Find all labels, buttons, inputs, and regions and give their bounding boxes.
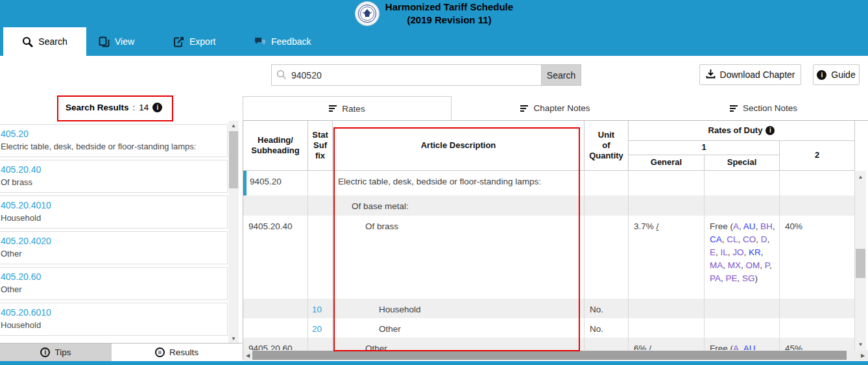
footnote-link[interactable]: / bbox=[657, 221, 659, 231]
tab-chapter-notes[interactable]: Chapter Notes bbox=[452, 96, 659, 120]
stat-suffix-cell: 20 bbox=[308, 318, 333, 338]
col-header-unit-of-quantity: Unit of Quantity bbox=[585, 121, 629, 171]
nav-tab-export[interactable]: Export bbox=[164, 27, 224, 56]
result-code-link[interactable]: 405.20.40 bbox=[1, 163, 221, 176]
sidebar-scrollbar[interactable]: ▲ ▼ bbox=[228, 121, 239, 343]
list-item[interactable]: 405.20Electric table, desk, bedside or f… bbox=[0, 124, 228, 157]
scroll-up-icon[interactable]: ▲ bbox=[228, 121, 239, 130]
country-code-link[interactable]: OM bbox=[746, 260, 760, 270]
country-code-link[interactable]: P bbox=[765, 260, 769, 270]
scroll-left-icon[interactable]: ◀ bbox=[243, 350, 252, 360]
download-chapter-button[interactable]: Download Chapter bbox=[699, 64, 801, 85]
title-line-2: (2019 Revision 11) bbox=[385, 14, 513, 27]
country-code-link[interactable]: BH bbox=[760, 221, 773, 231]
guide-button[interactable]: i Guide bbox=[813, 64, 860, 85]
sidebar-tab-tips[interactable]: i Tips bbox=[0, 343, 112, 361]
unit-of-quantity-cell bbox=[585, 171, 629, 195]
country-code-link[interactable]: CL bbox=[727, 234, 738, 244]
scroll-down-icon[interactable]: ▼ bbox=[855, 340, 866, 349]
result-code-link[interactable]: 405.20 bbox=[1, 127, 221, 140]
list-item[interactable]: 405.20.40Of brass bbox=[0, 160, 228, 193]
stat-suffix-link[interactable]: 20 bbox=[312, 324, 322, 334]
unit-of-quantity-cell bbox=[585, 216, 629, 299]
heading-cell bbox=[243, 318, 308, 338]
country-code-link[interactable]: A bbox=[733, 221, 739, 231]
tab-section-notes[interactable]: Section Notes bbox=[659, 96, 868, 120]
general-rate-cell: 6% / bbox=[629, 338, 705, 350]
result-description: Of brass bbox=[1, 176, 221, 189]
col-header-duty-2: 2 bbox=[780, 141, 855, 171]
heading-cell bbox=[243, 195, 308, 216]
country-code-link[interactable]: MA bbox=[710, 260, 723, 270]
rates-list-icon bbox=[329, 105, 337, 112]
country-code-link[interactable]: A bbox=[733, 344, 739, 350]
table-vertical-scrollbar[interactable]: ▲ ▼ bbox=[855, 171, 866, 350]
search-input-magnifier-icon bbox=[276, 69, 287, 82]
nav-tab-view[interactable]: View bbox=[90, 27, 143, 56]
country-code-link[interactable]: KR bbox=[749, 247, 761, 257]
country-code-link[interactable]: D bbox=[761, 234, 767, 244]
country-code-link[interactable]: PE bbox=[726, 273, 738, 283]
sidebar-tab-results[interactable]: ≡ Results bbox=[112, 343, 242, 361]
heading-cell: 9405.20.60 bbox=[243, 338, 308, 350]
tab-rates[interactable]: Rates bbox=[243, 96, 452, 120]
rates-info-icon[interactable]: i bbox=[766, 126, 775, 135]
app-header: Harmonized Tariff Schedule (2019 Revisio… bbox=[0, 0, 868, 27]
heading-cell bbox=[243, 299, 308, 318]
stat-suffix-link[interactable]: 10 bbox=[312, 305, 322, 314]
result-code-link[interactable]: 405.20.60 bbox=[1, 270, 221, 283]
nav-tab-label: Feedback bbox=[271, 36, 311, 47]
table-row: 9405.20Electric table, desk, bedside or … bbox=[243, 171, 855, 195]
heading-cell: 9405.20.40 bbox=[243, 216, 308, 299]
result-description: Other bbox=[1, 247, 221, 260]
nav-tab-feedback[interactable]: Feedback bbox=[245, 27, 320, 56]
country-code-link[interactable]: PA bbox=[710, 273, 721, 283]
list-item[interactable]: 405.20.4010Household bbox=[0, 195, 228, 229]
country-code-link[interactable]: E bbox=[710, 247, 716, 257]
footnote-link[interactable]: / bbox=[649, 344, 651, 350]
general-rate-cell: 3.7% / bbox=[629, 216, 705, 299]
stat-suffix-cell: 10 bbox=[308, 299, 333, 318]
result-code-link[interactable]: 405.20.4020 bbox=[1, 234, 221, 247]
main-navbar: Search View Export Feedback bbox=[0, 27, 868, 56]
country-code-link[interactable]: CO bbox=[743, 234, 756, 244]
search-button[interactable]: Search bbox=[542, 64, 581, 86]
country-code-link[interactable]: AU bbox=[743, 221, 756, 231]
search-input[interactable] bbox=[271, 64, 542, 86]
list-item[interactable]: 405.20.60Other bbox=[0, 267, 228, 300]
col-header-duty-1: 1 bbox=[629, 141, 780, 155]
table-horizontal-scrollbar[interactable]: ◀ ▶ bbox=[243, 350, 868, 360]
heading-cell: 9405.20 bbox=[243, 171, 308, 195]
nav-tab-label: Export bbox=[189, 36, 215, 47]
results-label: Results bbox=[169, 347, 199, 357]
country-code-link[interactable]: AU bbox=[743, 344, 756, 350]
rates-table: Heading/ Subheading Stat Suf fix Article… bbox=[243, 120, 868, 360]
col-header-article-description: Article Description bbox=[333, 121, 585, 171]
country-code-link[interactable]: JO bbox=[732, 247, 743, 257]
nav-tab-label: Search bbox=[38, 36, 67, 47]
result-description: Electric table, desk, bedside or floor-s… bbox=[1, 140, 221, 153]
table-scrollbar-thumb[interactable] bbox=[856, 249, 865, 278]
sidebar-scrollbar-thumb[interactable] bbox=[229, 131, 238, 188]
col-header-heading-subheading: Heading/ Subheading bbox=[243, 121, 308, 171]
country-code-link[interactable]: CA bbox=[710, 234, 722, 244]
duty-2-cell: 45% bbox=[780, 338, 855, 350]
country-code-link[interactable]: IL bbox=[721, 247, 728, 257]
country-code-link[interactable]: MX bbox=[728, 260, 741, 270]
table-hscrollbar-thumb[interactable] bbox=[252, 351, 847, 360]
result-code-link[interactable]: 405.20.6010 bbox=[1, 306, 221, 319]
search-results-label: Search Results bbox=[66, 103, 129, 112]
scroll-up-icon[interactable]: ▲ bbox=[855, 172, 866, 181]
list-item[interactable]: 405.20.6010Household bbox=[0, 303, 228, 336]
col-header-special: Special bbox=[705, 155, 780, 171]
result-code-link[interactable]: 405.20.4010 bbox=[1, 199, 221, 212]
nav-tab-search[interactable]: Search bbox=[3, 27, 86, 56]
list-item[interactable]: 405.20.4020Other bbox=[0, 231, 228, 264]
article-description-cell: Electric table, desk, bedside or floor-s… bbox=[333, 171, 585, 195]
scroll-right-icon[interactable]: ▶ bbox=[858, 350, 867, 360]
country-code-link[interactable]: SG bbox=[742, 273, 755, 283]
guide-label: Guide bbox=[831, 69, 855, 80]
results-list-icon: ≡ bbox=[155, 347, 165, 357]
scroll-down-icon[interactable]: ▼ bbox=[228, 334, 239, 343]
results-info-icon[interactable]: i bbox=[152, 103, 162, 112]
